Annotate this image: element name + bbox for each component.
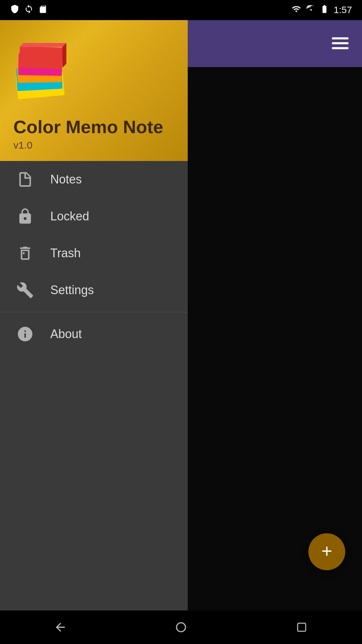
app-logo xyxy=(10,30,77,102)
svg-marker-6 xyxy=(62,43,66,68)
drawer-header: Color Memo Note v1.0 xyxy=(0,20,188,161)
app-version: v1.0 xyxy=(13,140,174,151)
status-icons-right: 1:57 xyxy=(291,4,352,16)
sidebar-item-locked[interactable]: Locked xyxy=(0,198,188,235)
back-button[interactable] xyxy=(47,617,74,637)
svg-rect-9 xyxy=(332,37,349,39)
signal-icon xyxy=(306,4,315,16)
settings-label: Settings xyxy=(50,283,94,297)
status-bar: 1:57 xyxy=(0,0,362,20)
svg-rect-4 xyxy=(19,46,63,69)
svg-rect-10 xyxy=(332,42,349,44)
lock-icon xyxy=(13,205,37,228)
wrench-icon xyxy=(13,278,37,302)
app-container: Color Memo Note v1.0 Notes Locked xyxy=(0,20,362,610)
nav-items: Notes Locked Trash xyxy=(0,161,188,610)
svg-marker-5 xyxy=(19,43,66,47)
sidebar-item-about[interactable]: About xyxy=(0,316,188,353)
notes-label: Notes xyxy=(50,172,82,186)
nav-divider xyxy=(0,312,188,312)
app-title: Color Memo Note xyxy=(13,117,174,137)
svg-rect-13 xyxy=(298,623,306,631)
drawer: Color Memo Note v1.0 Notes Locked xyxy=(0,20,188,610)
svg-point-12 xyxy=(177,623,186,632)
menu-button[interactable] xyxy=(328,32,352,55)
home-button[interactable] xyxy=(168,617,194,637)
about-label: About xyxy=(50,327,82,341)
sdcard-icon xyxy=(38,4,48,16)
battery-icon xyxy=(319,4,330,16)
sidebar-item-trash[interactable]: Trash xyxy=(0,235,188,272)
shield-icon xyxy=(10,4,19,16)
sidebar-item-settings[interactable]: Settings xyxy=(0,272,188,309)
trash-label: Trash xyxy=(50,246,81,260)
add-note-button[interactable]: + xyxy=(308,533,345,570)
main-content: + xyxy=(188,20,362,610)
plus-icon: + xyxy=(321,542,333,560)
svg-rect-11 xyxy=(332,47,349,49)
status-time: 1:57 xyxy=(334,5,352,15)
sidebar-item-notes[interactable]: Notes xyxy=(0,161,188,198)
status-icons-left xyxy=(10,4,48,16)
wifi-icon xyxy=(291,4,302,16)
info-icon xyxy=(13,322,37,346)
recents-button[interactable] xyxy=(288,617,315,637)
bottom-navigation xyxy=(0,610,362,644)
locked-label: Locked xyxy=(50,209,89,223)
document-icon xyxy=(13,168,37,191)
sync-icon xyxy=(24,4,34,16)
trash-icon xyxy=(13,241,37,265)
toolbar xyxy=(188,20,362,67)
